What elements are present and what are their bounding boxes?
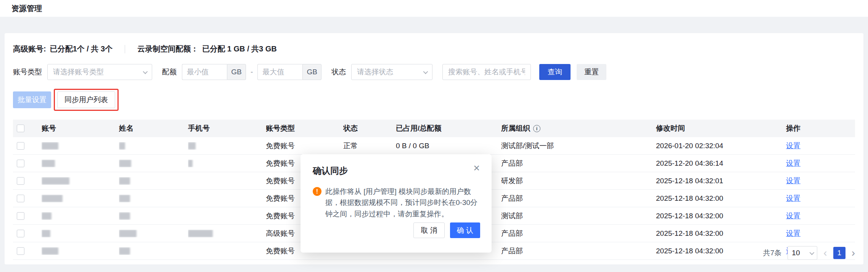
operation-cell: 设置 [786,229,855,238]
account-cell [42,195,119,202]
header-phone: 手机号 [188,123,266,133]
summary-bar: 高级账号: 已分配1个 / 共 3个 云录制空间配额： 已分配 1 GB / 共… [13,44,855,54]
org-cell: 测试部/测试一部 [501,141,656,151]
quota-min-group: GB [182,64,246,80]
name-cell [119,212,188,220]
row-checkbox-cell [13,160,42,167]
premium-account-label: 高级账号: [13,44,46,54]
quota-max-unit: GB [302,64,321,80]
row-settings-link[interactable]: 设置 [786,229,800,238]
screen: 资源管理 高级账号: 已分配1个 / 共 3个 云录制空间配额： 已分配 1 G… [0,0,868,272]
masked-account-value [42,247,58,255]
row-checkbox-cell [13,212,42,220]
row-settings-link[interactable]: 设置 [786,194,800,203]
account-cell [42,142,119,150]
page-title: 资源管理 [11,3,42,14]
row-checkbox[interactable] [17,177,24,185]
masked-account-value [42,212,51,220]
chevron-down-icon [810,250,815,255]
table-header-row: 账号 姓名 手机号 账号类型 状态 已占用/总配额 所属组织 i 修改时间 操作 [13,120,855,137]
row-checkbox[interactable] [17,195,24,202]
phone-cell [188,230,266,237]
row-settings-link[interactable]: 设置 [786,141,800,151]
row-settings-link[interactable]: 设置 [786,211,800,221]
masked-name-value [119,230,137,237]
operation-cell: 设置 [786,158,855,168]
account-type-select[interactable]: 请选择账号类型 [47,64,152,80]
operation-cell: 设置 [786,176,855,186]
masked-account-value [42,142,58,150]
row-checkbox-cell [13,247,42,255]
header-account: 账号 [42,123,119,133]
header-account-type: 账号类型 [266,123,343,133]
masked-account-value [42,195,63,202]
row-checkbox[interactable] [17,230,24,237]
select-all-checkbox[interactable] [17,125,24,132]
masked-name-value [119,195,130,202]
page-1-button[interactable]: 1 [833,247,845,259]
operation-cell: 设置 [786,194,855,203]
quota-min-input[interactable] [182,64,227,80]
page-size-value: 10 [792,249,800,257]
row-settings-link[interactable]: 设置 [786,176,800,186]
summary-divider [125,45,125,53]
query-button[interactable]: 查询 [539,64,571,80]
modal-message: 此操作将从 [用户管理] 模块同步最新的用户数据，根据数据规模不同，预计同步时长… [325,186,479,219]
next-page-button[interactable]: › [852,248,855,258]
modified-time-cell: 2025-12-18 04:32:00 [656,194,786,203]
page-size-select[interactable]: 10 [788,246,817,260]
recording-quota-label: 云录制空间配额： [137,44,198,54]
modal-actions: 取 消 确 认 [413,222,480,238]
row-checkbox[interactable] [17,247,24,255]
modified-time-cell: 2025-12-18 04:32:00 [656,212,786,220]
phone-cell [188,142,266,150]
header-operation: 操作 [786,123,855,133]
masked-name-value [119,142,125,150]
account-cell [42,247,119,255]
batch-settings-button[interactable]: 批量设置 [13,91,51,108]
info-icon[interactable]: i [533,125,540,132]
modified-time-cell: 2025-12-18 04:32:00 [656,229,786,238]
header-modified-time: 修改时间 [656,123,786,133]
row-checkbox[interactable] [17,160,24,167]
quota-max-input[interactable] [257,64,302,80]
confirm-button[interactable]: 确 认 [450,222,480,238]
header-org-label: 所属组织 [501,123,530,133]
phone-cell [188,160,266,167]
close-icon[interactable]: ✕ [473,164,480,173]
masked-name-value [119,212,130,220]
modified-time-cell: 2026-01-20 02:32:04 [656,142,786,150]
masked-account-value [42,230,50,237]
status-label: 状态 [331,67,346,77]
header-status: 状态 [343,123,396,133]
modal-title: 确认同步 [313,165,479,177]
sync-user-list-button[interactable]: 同步用户列表 [57,91,115,108]
masked-phone-value [188,142,196,150]
top-bar: 资源管理 [0,0,868,17]
total-count: 共7条 [763,248,782,258]
row-settings-link[interactable]: 设置 [786,158,800,168]
reset-button[interactable]: 重置 [577,64,606,80]
prev-page-button[interactable]: ‹ [823,248,827,258]
row-checkbox-cell [13,195,42,202]
cancel-button[interactable]: 取 消 [413,222,444,238]
org-cell: 产品部 [501,158,656,168]
account-cell [42,160,119,167]
row-checkbox[interactable] [17,212,24,220]
header-name: 姓名 [119,123,188,133]
account-type-label: 账号类型 [13,67,42,77]
search-input[interactable] [442,64,531,80]
header-checkbox-cell [13,125,42,132]
account-cell [42,177,119,185]
name-cell [119,247,188,255]
org-cell: 研发部 [501,176,656,186]
row-checkbox[interactable] [17,142,24,150]
quota-label: 配额 [162,67,177,77]
filter-bar: 账号类型 请选择账号类型 配额 GB - GB 状态 请选择状态 查询 [13,64,855,80]
modified-time-cell: 2025-12-18 04:32:01 [656,177,786,185]
name-cell [119,195,188,202]
status-select[interactable]: 请选择状态 [351,64,432,80]
warning-icon: ! [313,187,321,196]
chevron-down-icon [143,69,148,74]
name-cell [119,177,188,185]
